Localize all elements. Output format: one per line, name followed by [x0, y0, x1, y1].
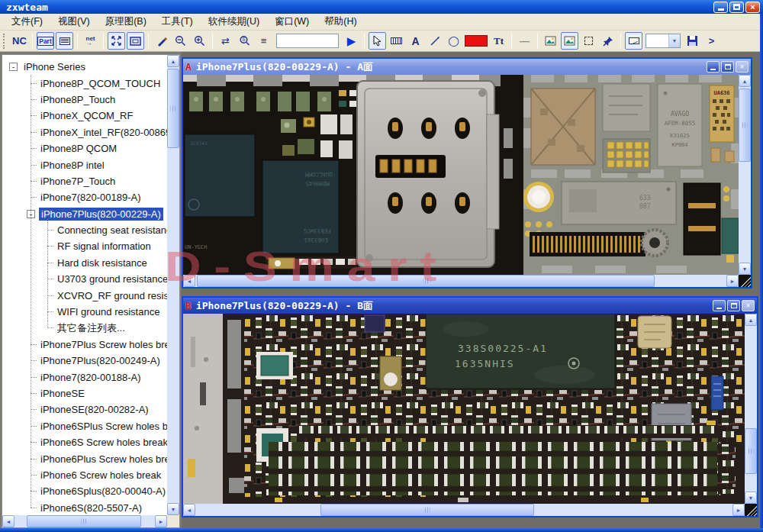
close-button[interactable]: × [745, 2, 760, 13]
image-a-button[interactable] [542, 32, 559, 50]
zoom-fit-button[interactable] [108, 32, 125, 50]
tree-item[interactable]: iPhone6S(820-5507-A) [3, 500, 168, 515]
window-b-vscrollbar[interactable]: ▲ ▼ [745, 314, 757, 504]
tree-item[interactable]: iPhone8P intel [3, 156, 168, 172]
scroll-left-icon[interactable]: ◄ [183, 275, 195, 287]
tree-item[interactable]: iPhone6S Screw holes break [3, 434, 168, 450]
select-cursor-button[interactable] [369, 32, 386, 50]
zoom-out-button[interactable] [172, 32, 189, 50]
window-a-vscroll-thumb[interactable] [739, 89, 751, 162]
toolbar-grip[interactable] [3, 34, 7, 49]
restore-button[interactable] [729, 2, 744, 13]
tree-item[interactable]: iPhone6Splus(820-00040-A) [3, 483, 168, 499]
menu-view[interactable]: 视图(V) [51, 14, 97, 30]
tree-subitem[interactable]: RF signal information [3, 238, 168, 254]
tree-item[interactable]: iPhone7P_Touch [3, 173, 168, 189]
window-a-close-button[interactable]: × [736, 61, 749, 73]
tree-item[interactable]: iPhone7Plus Screw holes break [3, 337, 168, 353]
window-b-close-button[interactable]: × [742, 300, 755, 311]
scroll-up-icon[interactable]: ▲ [739, 75, 751, 87]
save-button[interactable] [684, 32, 701, 50]
tree-item[interactable]: iPhoneSE(820-00282-A) [3, 401, 168, 418]
scroll-down-icon[interactable]: ▼ [739, 263, 751, 275]
ellipse-button[interactable]: ◯ [445, 32, 462, 50]
scroll-up-icon[interactable]: ▲ [745, 314, 757, 326]
line-draw-button[interactable] [426, 32, 443, 50]
menu-schematic[interactable]: 原理图(B) [98, 14, 153, 30]
tree-item[interactable]: iPhone8P_QCOM_TOUCH [3, 75, 168, 91]
marquee-select-button[interactable] [580, 32, 597, 50]
draw-button[interactable] [153, 32, 170, 50]
tree-item[interactable]: iPhone8P QCOM [3, 140, 168, 156]
scroll-down-icon[interactable]: ▼ [167, 503, 179, 515]
menu-window[interactable]: 窗口(W) [268, 14, 316, 30]
window-view-button[interactable] [127, 32, 144, 50]
tree-vscrollbar[interactable]: ▲ ▼ [167, 55, 179, 515]
menu-renewal[interactable]: 软件续期(U) [201, 14, 266, 30]
tree-subitem[interactable]: XCVRO_RF ground resistanc [3, 287, 168, 303]
window-b-restore-button[interactable] [727, 300, 740, 311]
window-b-titlebar[interactable]: B iPhone7Plus(820-00229-A) - B面 × [183, 298, 757, 314]
menu-tools[interactable]: 工具(T) [155, 14, 200, 30]
search-input[interactable] [276, 34, 339, 48]
collapse-icon[interactable]: - [9, 63, 18, 71]
window-b-hscrollbar[interactable]: ◄ ► [183, 504, 745, 516]
tree-subitem[interactable]: Hard disk resistance [3, 255, 168, 271]
window-a-hscrollbar[interactable]: ◄ ► [183, 275, 739, 287]
toolbar-overflow-button[interactable]: > [703, 32, 720, 50]
list-button[interactable]: ≡ [255, 32, 272, 50]
window-a-resize-grip[interactable] [739, 275, 751, 287]
tree-subitem[interactable]: Connecting seat resistance [3, 222, 168, 238]
window-a-restore-button[interactable] [721, 61, 734, 73]
tree-item[interactable]: iPhone7(820-00188-A) [3, 369, 168, 385]
tree-item[interactable]: iPhone8P_Touch [3, 92, 168, 108]
ruler-button[interactable] [388, 32, 405, 50]
scroll-right-icon[interactable]: ► [732, 504, 745, 516]
tree-item[interactable]: iPhone6 Screw holes break [3, 467, 168, 483]
scroll-right-icon[interactable]: ► [155, 515, 167, 527]
window-b-vscroll-thumb[interactable] [745, 428, 757, 474]
zoom-select-button[interactable]: S [236, 32, 253, 50]
scroll-up-icon[interactable]: ▲ [167, 55, 179, 67]
window-a-titlebar[interactable]: A iPhone7Plus(820-00229-A) - A面 × [183, 59, 751, 75]
tree-item[interactable]: iPhone7Plus(820-00249-A) [3, 353, 168, 369]
tree-root[interactable]: -iPhone Series [3, 59, 168, 75]
tree-hscrollbar[interactable]: ◄ ► [2, 515, 167, 527]
scroll-left-icon[interactable]: ◄ [2, 515, 14, 527]
tree-subitem[interactable]: WIFI ground resistance [3, 304, 168, 320]
image-b-button[interactable] [561, 32, 578, 50]
scroll-left-icon[interactable]: ◄ [183, 504, 195, 516]
run-button[interactable]: ▶ [343, 32, 360, 50]
layer-combobox[interactable]: ▼ [645, 34, 681, 48]
minimize-button[interactable] [713, 2, 728, 13]
part-button[interactable]: Part [37, 32, 54, 50]
window-a-hscroll-thumb[interactable] [197, 275, 655, 287]
tree-item[interactable]: iPhoneSE [3, 385, 168, 401]
menu-file[interactable]: 文件(F) [5, 14, 50, 30]
window-b-hscroll-thumb[interactable] [320, 504, 534, 516]
net-button[interactable]: net→ [82, 32, 99, 50]
swap-layer-button[interactable]: ⇄ [217, 32, 234, 50]
text-label-button[interactable]: A [407, 32, 424, 50]
tree-vscroll-thumb[interactable] [167, 69, 179, 148]
zoom-in-button[interactable] [191, 32, 208, 50]
window-b-resize-grip[interactable] [745, 504, 757, 516]
scroll-down-icon[interactable]: ▼ [745, 492, 757, 504]
scroll-right-icon[interactable]: ► [726, 275, 739, 287]
window-b-minimize-button[interactable] [713, 300, 726, 311]
window-a-minimize-button[interactable] [707, 61, 720, 73]
measure-button[interactable] [625, 32, 642, 50]
window-a-vscrollbar[interactable]: ▲ ▼ [739, 75, 751, 275]
tree-hscroll-thumb[interactable] [27, 515, 141, 527]
font-button[interactable]: Tt [490, 32, 507, 50]
nc-button[interactable]: NC [11, 32, 28, 50]
menu-help[interactable]: 帮助(H) [317, 14, 363, 30]
tree-subitem[interactable]: U3703 ground resistance [3, 271, 168, 287]
tree-item[interactable]: iPhoneX_intel_RF(820-00869-A [3, 124, 168, 140]
pin-button[interactable] [599, 32, 617, 50]
tree-subitem[interactable]: 其它备注列表... [3, 320, 168, 336]
tree-item[interactable]: iPhoneX_QCOM_RF [3, 108, 168, 124]
line-style-button[interactable]: — [516, 32, 533, 50]
tree-item[interactable]: iPhone6Plus Screw holes break [3, 450, 168, 466]
color-swatch-button[interactable] [464, 32, 488, 50]
